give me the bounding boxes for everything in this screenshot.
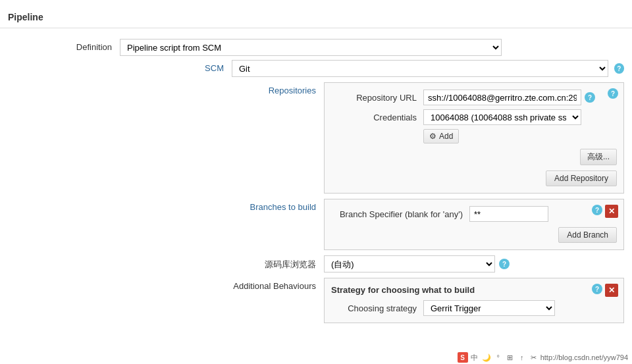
source-browser-help-icon[interactable]: ? <box>499 259 510 269</box>
wm-cn-icon: S <box>458 352 468 363</box>
add-button[interactable]: ⚙ Add <box>423 129 459 143</box>
definition-content: Pipeline script from SCM SCM Git ? Repos… <box>120 39 624 327</box>
watermark: S 中 🌙 ° ⊞ ↑ ✂ http://blog.csdn.net/yyw79… <box>454 351 632 364</box>
watermark-text: http://blog.csdn.net/yyw794 <box>540 353 628 361</box>
additional-behaviours-content: ✕ ? Strategy for choosing what to build … <box>324 278 624 323</box>
watermark-icons: S 中 🌙 ° ⊞ ↑ ✂ <box>458 352 539 363</box>
wm-scissors-icon: ✂ <box>529 352 539 363</box>
credentials-row: Credentials 10064088 (10064088 ssh priva… <box>331 109 617 125</box>
advanced-button[interactable]: 高级... <box>580 149 617 165</box>
wm-chinese-icon: 中 <box>469 352 480 363</box>
additional-remove-button[interactable]: ✕ <box>605 284 618 297</box>
credentials-label: Credentials <box>331 113 423 122</box>
repositories-row: Repositories ? Repository URL ? <box>232 77 624 194</box>
scm-help-icon[interactable]: ? <box>614 63 624 74</box>
repositories-help-icon[interactable]: ? <box>608 88 618 99</box>
scm-row: SCM Git ? Repositories ? <box>120 56 624 327</box>
source-browser-content: (自动) ? <box>324 255 624 273</box>
add-button-row: ⚙ Add <box>331 129 617 143</box>
page-title-text: Pipeline <box>8 12 43 22</box>
branch-specifier-label: Branch Specifier (blank for 'any') <box>331 209 469 219</box>
branch-specifier-content <box>469 206 548 222</box>
scm-select[interactable]: Git <box>232 60 608 77</box>
additional-behaviours-label: Additional Behaviours <box>232 278 324 291</box>
repositories-box: ? Repository URL ? <box>324 82 624 194</box>
repositories-content: ? Repository URL ? <box>324 82 624 194</box>
scm-label: SCM <box>120 60 232 73</box>
branches-remove-button[interactable]: ✕ <box>605 205 618 218</box>
repo-url-help-icon[interactable]: ? <box>585 92 595 103</box>
choosing-strategy-select[interactable]: Gerrit TriggerDefault <box>423 300 555 316</box>
add-branch-button[interactable]: Add Branch <box>558 227 617 243</box>
pipeline-title: Pipeline <box>0 7 632 28</box>
add-repository-button[interactable]: Add Repository <box>546 170 617 186</box>
branches-help-icon[interactable]: ? <box>592 205 602 215</box>
repo-url-input[interactable] <box>423 90 581 105</box>
additional-help-icon[interactable]: ? <box>592 284 602 294</box>
add-branch-row: Add Branch <box>331 227 617 243</box>
add-label: Add <box>439 132 453 141</box>
definition-label: Definition <box>8 39 120 52</box>
wm-celsius-icon: ° <box>493 352 504 363</box>
repo-url-content: ? <box>423 90 617 105</box>
source-browser-row: 源码库浏览器 (自动) ? <box>232 250 624 273</box>
repo-url-row: Repository URL ? <box>331 90 617 105</box>
definition-select[interactable]: Pipeline script from SCM <box>120 39 502 56</box>
branches-label: Branches to build <box>232 199 324 212</box>
advanced-row: 高级... <box>331 149 617 165</box>
wm-moon-icon: 🌙 <box>481 352 492 363</box>
source-browser-label: 源码库浏览器 <box>232 255 324 271</box>
repo-url-label: Repository URL <box>331 93 423 103</box>
credentials-select[interactable]: 10064088 (10064088 ssh private ssh key) <box>423 109 581 125</box>
definition-row: Definition Pipeline script from SCM SCM … <box>0 35 632 331</box>
choosing-row: Choosing strategy Gerrit TriggerDefault <box>331 300 617 316</box>
add-repo-row: Add Repository <box>331 170 617 186</box>
wm-grid-icon: ⊞ <box>505 352 515 363</box>
page-wrapper: Pipeline Definition Pipeline script from… <box>0 0 632 364</box>
additional-box: ✕ ? Strategy for choosing what to build … <box>324 278 624 323</box>
source-browser-select[interactable]: (自动) <box>324 255 495 273</box>
scm-content: Git ? Repositories ? Repository URL <box>232 60 624 323</box>
add-icon: ⚙ <box>429 132 436 141</box>
credentials-content: 10064088 (10064088 ssh private ssh key) <box>423 109 617 125</box>
repositories-label: Repositories <box>232 82 324 95</box>
wm-up-icon: ↑ <box>517 352 527 363</box>
branch-specifier-input[interactable] <box>469 206 548 222</box>
additional-behaviours-row: Additional Behaviours ✕ ? Strategy for c… <box>232 273 624 323</box>
strategy-title: Strategy for choosing what to build <box>331 285 617 295</box>
definition-select-wrapper: Pipeline script from SCM <box>120 39 624 56</box>
add-button-content: ⚙ Add <box>423 129 459 143</box>
branches-row: Branches to build ✕ ? Branch Specifier (… <box>232 194 624 250</box>
branches-content: ✕ ? Branch Specifier (blank for 'any') <box>324 199 624 250</box>
branch-specifier-row: Branch Specifier (blank for 'any') <box>331 206 617 222</box>
branches-box: ✕ ? Branch Specifier (blank for 'any') <box>324 199 624 250</box>
choosing-strategy-label: Choosing strategy <box>331 303 423 313</box>
